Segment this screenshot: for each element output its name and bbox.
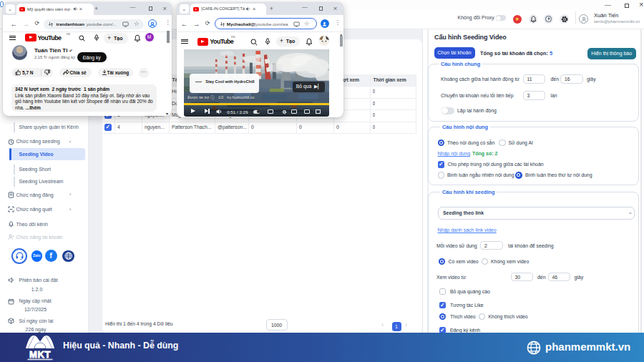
svg-text:MKT: MKT	[29, 348, 51, 359]
